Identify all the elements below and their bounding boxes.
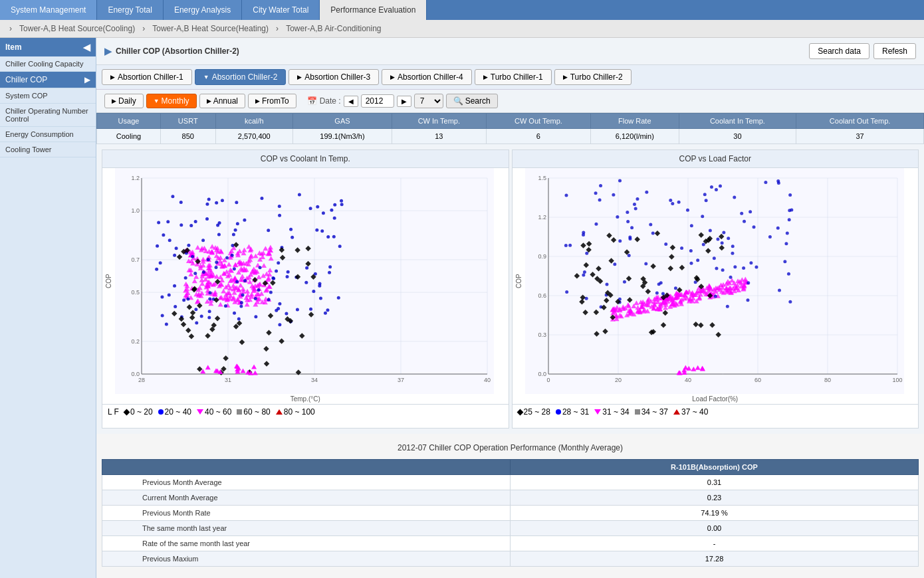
- section-title-text: Chiller COP (Absortion Chiller-2): [116, 47, 239, 56]
- tab-absortion-chiller-1[interactable]: ▶ Absortion Chiller-1: [102, 69, 192, 85]
- search-data-button[interactable]: Search data: [809, 43, 869, 59]
- perf-value: 0.31: [511, 475, 919, 490]
- btn-fromto[interactable]: ▶ FromTo: [248, 94, 296, 108]
- tab-turbo-chiller-2[interactable]: ▶ Turbo Chiller-2: [554, 69, 632, 85]
- search-icon: 🔍: [453, 96, 463, 106]
- col-gas: GAS: [293, 114, 392, 129]
- perf-table-row: Current Month Average0.23: [102, 490, 919, 506]
- sidebar-title: Item: [5, 43, 22, 52]
- perf-label: Previous Maxium: [102, 551, 511, 567]
- tab-absortion-chiller-3[interactable]: ▶ Absortion Chiller-3: [289, 69, 379, 85]
- sidebar-item-chiller-operating[interactable]: Chiller Operating Number Control: [0, 104, 96, 127]
- bottom-section: 2012-07 Chiller COP Operation Performanc…: [96, 434, 924, 572]
- cell-usrt: 850: [160, 129, 215, 144]
- table-row: Cooling 850 2,570,400 199.1(Nm3/h) 13 6 …: [97, 129, 924, 144]
- date-next-button[interactable]: ▶: [397, 96, 411, 107]
- perf-table-row: Previous Month Rate74.19 %: [102, 506, 919, 521]
- cell-cw-out: 6: [486, 129, 590, 144]
- nav-system-management[interactable]: System Management: [0, 0, 97, 20]
- sidebar-item-cooling-tower[interactable]: Cooling Tower: [0, 142, 96, 157]
- year-input[interactable]: [361, 94, 394, 108]
- legend2-item-37-40: 37 ~ 40: [673, 407, 708, 417]
- col-cw-in: CW In Temp.: [392, 114, 486, 129]
- date-prev-button[interactable]: ◀: [344, 96, 358, 107]
- top-nav: System Management Energy Total Energy An…: [0, 0, 924, 20]
- section-arrow-icon: ▶: [104, 46, 112, 56]
- chart1-x-label: Temp.(°C): [102, 394, 509, 404]
- btn-annual[interactable]: ▶ Annual: [199, 94, 245, 108]
- col-flow-rate: Flow Rate: [590, 114, 679, 129]
- legend-item-80-100: 80 ~ 100: [276, 407, 315, 417]
- nav-performance-evaluation[interactable]: Performance Evaluation: [320, 0, 427, 20]
- section-header: ▶ Chiller COP (Absortion Chiller-2) Sear…: [96, 38, 924, 65]
- chart2-x-label: Load Factor(%): [513, 394, 919, 404]
- legend-item-40-60: 40 ~ 60: [197, 407, 231, 417]
- chiller-tabs: ▶ Absortion Chiller-1 ▼ Absortion Chille…: [96, 65, 924, 90]
- header-buttons: Search data Refesh: [809, 43, 916, 59]
- chart1-title: COP vs Coolant In Temp.: [102, 150, 509, 168]
- btn-daily[interactable]: ▶ Daily: [104, 94, 144, 108]
- tab-active-arrow-icon: ▼: [203, 74, 209, 80]
- perf-col-value: R-101B(Absorption) COP: [511, 460, 919, 475]
- nav-energy-total[interactable]: Energy Total: [97, 0, 164, 20]
- btn-monthly[interactable]: ▼ Monthly: [146, 94, 197, 108]
- month-select[interactable]: 1234 5678 9101112: [414, 94, 443, 108]
- bottom-title: 2012-07 Chiller COP Operation Performanc…: [102, 439, 919, 456]
- legend-item-0-20: 0 ~ 20: [124, 407, 153, 417]
- cell-kcal: 2,570,400: [215, 129, 292, 144]
- daily-arrow-icon: ▶: [112, 98, 116, 104]
- legend2-item-31-34: 31 ~ 34: [594, 407, 629, 417]
- cell-cw-in: 13: [392, 129, 486, 144]
- legend-item-60-80: 60 ~ 80: [237, 407, 270, 417]
- tab-arrow-icon: ▶: [110, 74, 115, 80]
- perf-label: Previous Month Average: [102, 475, 511, 490]
- calendar-icon: 📅: [307, 96, 317, 106]
- perf-value: 74.19 %: [511, 506, 919, 521]
- chart1-y-label: COP: [102, 168, 115, 394]
- nav-city-water-total[interactable]: City Water Total: [242, 0, 320, 20]
- perf-value: 0.23: [511, 490, 919, 506]
- breadcrumb: › Tower-A,B Heat Source(Cooling) › Tower…: [0, 20, 924, 38]
- sidebar: Item ◀ Chiller Cooling Capacity Chiller …: [0, 38, 96, 578]
- sidebar-item-system-cop[interactable]: System COP: [0, 88, 96, 104]
- refresh-button[interactable]: Refesh: [873, 43, 916, 59]
- col-usage: Usage: [97, 114, 161, 129]
- cell-flow-rate: 6,120(l/min): [590, 129, 679, 144]
- perf-value: -: [511, 536, 919, 551]
- cell-gas: 199.1(Nm3/h): [293, 129, 392, 144]
- sidebar-collapse-icon[interactable]: ◀: [83, 42, 90, 52]
- search-button[interactable]: 🔍 Search: [446, 94, 498, 108]
- tab-arrow-icon-5: ▶: [483, 74, 488, 80]
- sidebar-item-energy-consumption[interactable]: Energy Consumption: [0, 127, 96, 142]
- chart2-y-label: COP: [513, 168, 525, 394]
- perf-value: 0.00: [511, 521, 919, 536]
- legend2-item-34-37: 34 ~ 37: [635, 407, 668, 417]
- date-label: 📅 Date : ◀ ▶ 1234 5678 9101112 🔍 Search: [307, 94, 498, 108]
- perf-col-label: [102, 460, 511, 475]
- data-table: Usage USRT kcal/h GAS CW In Temp. CW Out…: [96, 113, 924, 144]
- tab-arrow-icon-3: ▶: [297, 74, 302, 80]
- tab-absortion-chiller-4[interactable]: ▶ Absortion Chiller-4: [382, 69, 472, 85]
- breadcrumb-item-1[interactable]: Tower-A,B Heat Source(Cooling): [19, 24, 135, 33]
- perf-label: Rate of the same month last year: [102, 536, 511, 551]
- nav-energy-analysis[interactable]: Energy Analysis: [164, 0, 242, 20]
- cell-usage: Cooling: [97, 129, 161, 144]
- monthly-arrow-icon: ▼: [154, 98, 160, 104]
- sidebar-item-chiller-cooling[interactable]: Chiller Cooling Capacity: [0, 56, 96, 72]
- cell-coolant-in: 30: [679, 129, 796, 144]
- tab-turbo-chiller-1[interactable]: ▶ Turbo Chiller-1: [475, 69, 552, 85]
- col-coolant-in: Coolant In Temp.: [679, 114, 796, 129]
- sidebar-item-chiller-cop[interactable]: Chiller COP ▶: [0, 72, 96, 88]
- col-kcal: kcal/h: [215, 114, 292, 129]
- date-controls: ▶ Daily ▼ Monthly ▶ Annual ▶ FromTo 📅 Da…: [96, 90, 924, 113]
- main-layout: Item ◀ Chiller Cooling Capacity Chiller …: [0, 38, 924, 578]
- chart1-legend: L F 0 ~ 20 20 ~ 40 40 ~ 60 60 ~ 80 8: [102, 404, 509, 419]
- tab-absortion-chiller-2[interactable]: ▼ Absortion Chiller-2: [195, 69, 287, 85]
- breadcrumb-item-2[interactable]: Tower-A,B Heat Source(Heating): [152, 24, 269, 33]
- legend2-item-28-31: 28 ~ 31: [556, 407, 589, 417]
- col-cw-out: CW Out Temp.: [486, 114, 590, 129]
- chart-cop-vs-load: COP vs Load Factor COP Load Factor(%) 25…: [512, 149, 919, 429]
- breadcrumb-item-3[interactable]: Tower-A,B Air-Conditioning: [286, 24, 381, 33]
- chart1-legend-prefix: L F: [108, 407, 119, 417]
- annual-arrow-icon: ▶: [207, 98, 211, 104]
